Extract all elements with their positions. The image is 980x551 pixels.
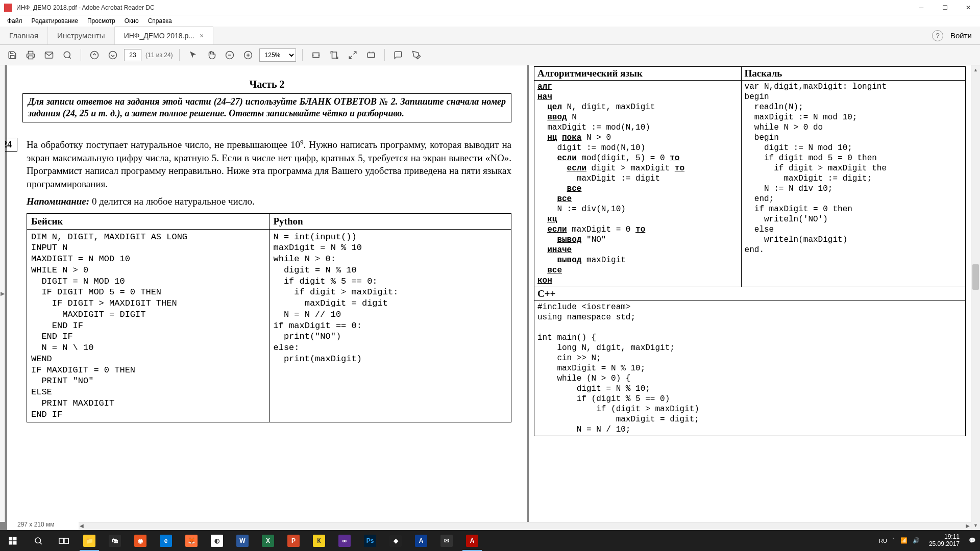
chrome-icon[interactable]: ◐: [204, 530, 230, 551]
start-button[interactable]: [0, 530, 26, 551]
code-alg: алг нач цел N, digit, maxDigit ввод N ma…: [537, 82, 738, 286]
page-total: (11 из 24): [145, 52, 173, 59]
title-bar: ИНФ_ДЕМО 2018.pdf - Adobe Acrobat Reader…: [0, 0, 980, 15]
tab-document-label: ИНФ_ДЕМО 2018.p...: [124, 32, 194, 40]
menu-help[interactable]: Справка: [144, 16, 176, 26]
page-up-icon[interactable]: [87, 48, 102, 62]
powerpoint-icon[interactable]: P: [281, 530, 306, 551]
instruction-box: Для записи ответов на задания этой части…: [22, 93, 511, 122]
tab-document[interactable]: ИНФ_ДЕМО 2018.p... ×: [115, 27, 214, 44]
col-basic: Бейсик: [27, 213, 270, 229]
svg-line-16: [349, 56, 352, 58]
signin-button[interactable]: Войти: [950, 31, 972, 40]
horizontal-scrollbar[interactable]: ◀ ▶: [79, 522, 971, 530]
svg-point-2: [64, 52, 70, 58]
fit-page-icon[interactable]: [327, 48, 341, 62]
page-dimensions: 297 x 210 мм: [14, 520, 58, 529]
unity-icon[interactable]: ◆: [383, 530, 408, 551]
menu-file[interactable]: Файл: [3, 16, 27, 26]
page-right: Алгоритмический язык Паскаль алг нач цел…: [529, 65, 971, 530]
maximize-button[interactable]: ☐: [933, 0, 957, 15]
save-icon[interactable]: [5, 48, 19, 62]
menu-window[interactable]: Окно: [120, 16, 143, 26]
volume-icon[interactable]: 🔊: [913, 537, 920, 544]
svg-rect-21: [13, 537, 17, 540]
word-icon[interactable]: W: [230, 530, 255, 551]
code-table-left: Бейсик Python DIM N, DIGIT, MAXDIGIT AS …: [27, 213, 511, 423]
svg-rect-0: [29, 56, 33, 59]
search-icon[interactable]: [60, 48, 75, 62]
code-pascal: var N,digit,maxDigit: longint begin read…: [745, 82, 962, 255]
tab-home[interactable]: Главная: [0, 27, 48, 44]
menu-view[interactable]: Просмотр: [83, 16, 119, 26]
minimize-button[interactable]: ─: [910, 0, 933, 15]
code-basic: DIM N, DIGIT, MAXDIGIT AS LONG INPUT N M…: [31, 232, 265, 420]
task-text: На обработку поступает натуральное число…: [27, 138, 511, 191]
svg-rect-22: [9, 541, 13, 544]
svg-rect-14: [332, 52, 336, 58]
fullscreen-icon[interactable]: [346, 48, 360, 62]
svg-rect-20: [9, 537, 13, 540]
clock[interactable]: 19:11 25.09.2017: [925, 534, 964, 548]
vertical-scrollbar[interactable]: ▲ ▼: [971, 65, 980, 530]
firefox-icon[interactable]: 🦊: [179, 530, 204, 551]
svg-line-15: [353, 52, 356, 54]
ubuntu-icon[interactable]: ◉: [128, 530, 153, 551]
scroll-down-icon[interactable]: ▼: [971, 521, 980, 530]
menu-edit[interactable]: Редактирование: [28, 16, 82, 26]
edge-icon[interactable]: e: [153, 530, 179, 551]
notifications-icon[interactable]: 💬: [969, 537, 976, 544]
page-down-icon[interactable]: [106, 48, 120, 62]
vs-icon[interactable]: ∞: [332, 530, 357, 551]
tab-row: Главная Инструменты ИНФ_ДЕМО 2018.p... ×…: [0, 27, 980, 45]
explorer-icon[interactable]: 📁: [77, 530, 102, 551]
col-python: Python: [269, 213, 511, 229]
pointer-icon[interactable]: [186, 48, 200, 62]
email-icon[interactable]: [42, 48, 56, 62]
page-input[interactable]: [124, 49, 141, 61]
store-icon[interactable]: 🛍: [102, 530, 128, 551]
print-icon[interactable]: [23, 48, 38, 62]
acrobat-taskbar-icon[interactable]: A: [459, 530, 485, 551]
system-tray: RU ˄ 📶 🔊 19:11 25.09.2017 💬: [875, 534, 980, 548]
code-table-right: Алгоритмический язык Паскаль алг нач цел…: [534, 66, 966, 436]
svg-rect-26: [59, 538, 63, 543]
app1-icon[interactable]: A: [408, 530, 434, 551]
app-icon: [4, 4, 12, 12]
fit-width-icon[interactable]: [309, 48, 323, 62]
zoom-select[interactable]: 125%: [259, 48, 296, 62]
col-alg: Алгоритмический язык: [534, 67, 742, 81]
zoom-out-icon[interactable]: [223, 48, 237, 62]
excel-icon[interactable]: X: [255, 530, 281, 551]
photoshop-icon[interactable]: Ps: [357, 530, 383, 551]
tab-tools[interactable]: Инструменты: [48, 27, 115, 44]
svg-point-24: [35, 538, 41, 543]
svg-rect-17: [368, 53, 375, 57]
tray-chevron-icon[interactable]: ˄: [892, 537, 895, 544]
menu-bar: Файл Редактирование Просмотр Окно Справк…: [0, 15, 980, 27]
scroll-thumb[interactable]: [972, 264, 979, 290]
help-icon[interactable]: ?: [932, 30, 943, 41]
scroll-up-icon[interactable]: ▲: [971, 65, 980, 74]
task-view-icon[interactable]: [51, 530, 77, 551]
window-controls: ─ ☐ ✕: [910, 0, 980, 15]
tab-close-icon[interactable]: ×: [200, 32, 204, 40]
network-icon[interactable]: 📶: [900, 537, 908, 544]
mail-icon[interactable]: ✉: [434, 530, 459, 551]
page-left: Часть 2 Для записи ответов на задания эт…: [7, 65, 527, 530]
lang-indicator[interactable]: RU: [879, 538, 887, 544]
svg-point-4: [91, 51, 99, 59]
search-taskbar-icon[interactable]: [26, 530, 51, 551]
svg-rect-11: [313, 53, 319, 57]
highlight-icon[interactable]: [409, 48, 424, 62]
reminder: Напоминание: 0 делится на любое натураль…: [27, 196, 511, 207]
close-button[interactable]: ✕: [957, 0, 980, 15]
read-mode-icon[interactable]: [364, 48, 378, 62]
zoom-in-icon[interactable]: [241, 48, 255, 62]
hand-icon[interactable]: [204, 48, 218, 62]
col-pascal: Паскаль: [741, 67, 965, 81]
comment-icon[interactable]: [391, 48, 405, 62]
kumir-icon[interactable]: К: [306, 530, 332, 551]
left-panel-toggle[interactable]: ▶: [0, 65, 5, 522]
document-area: Часть 2 Для записи ответов на задания эт…: [0, 65, 971, 530]
